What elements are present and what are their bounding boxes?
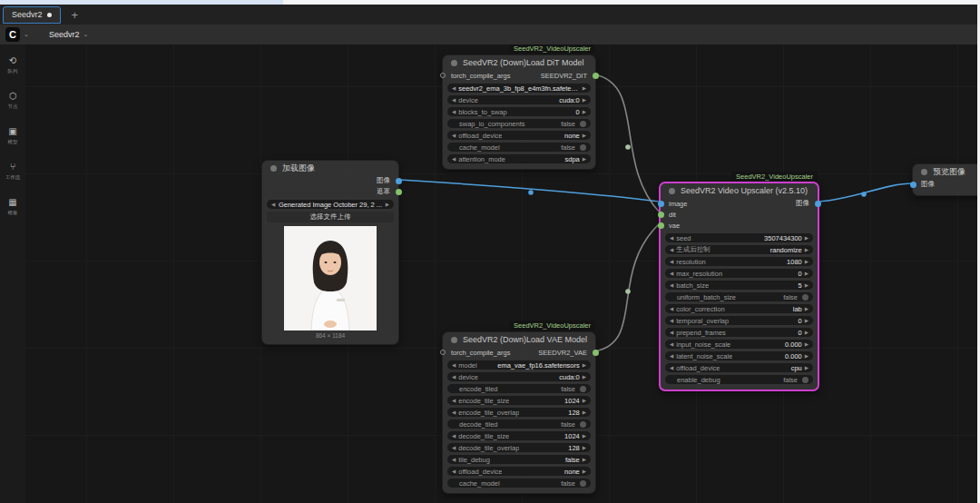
sidebar-item[interactable]: ⑂ 工作流	[0, 162, 25, 182]
new-workflow-tab-button[interactable]: +	[72, 9, 79, 21]
widget-row[interactable]: ◀ blocks_to_swap 0 ▶	[447, 107, 591, 116]
output-slot-dot[interactable]	[593, 350, 599, 356]
toggle-knob-icon[interactable]	[580, 144, 586, 151]
widget-row[interactable]: ◀ enable_debug false ▶	[665, 375, 813, 384]
node-preview-image[interactable]: 预览图像 图像	[912, 163, 980, 196]
toggle-knob-icon[interactable]	[580, 480, 586, 487]
input-slot-dot[interactable]	[658, 201, 664, 207]
widget-row[interactable]: ◀ swap_io_components false ▶	[447, 119, 591, 128]
increment-arrow-icon[interactable]: ▶	[805, 330, 808, 335]
collapse-dot-icon[interactable]	[921, 169, 927, 175]
decrement-arrow-icon[interactable]: ◀	[670, 271, 673, 276]
node-load-vae-model[interactable]: SeedVR2_VideoUpscaler SeedVR2 (Down)Load…	[442, 331, 596, 494]
decrement-arrow-icon[interactable]: ◀	[670, 306, 673, 311]
decrement-arrow-icon[interactable]: ◀	[271, 202, 275, 207]
widget-row[interactable]: ◀ attention_mode sdpa ▶	[447, 154, 591, 163]
increment-arrow-icon[interactable]: ▶	[805, 365, 808, 370]
decrement-arrow-icon[interactable]: ◀	[452, 97, 456, 103]
sidebar-item[interactable]: ▦ 模板	[0, 197, 25, 217]
decrement-arrow-icon[interactable]: ◀	[452, 156, 456, 162]
output-slot-dot[interactable]	[396, 178, 402, 184]
decrement-arrow-icon[interactable]: ◀	[452, 85, 456, 91]
output-slot-dot[interactable]	[593, 73, 599, 79]
output-slot-dot[interactable]	[815, 201, 821, 207]
widget-row[interactable]: ◀ decode_tiled false ▶	[447, 419, 591, 429]
increment-arrow-icon[interactable]: ▶	[805, 318, 808, 323]
input-slot-dot[interactable]	[910, 182, 916, 188]
widget-row[interactable]: ◀ 生成后控制 randomize ▶	[665, 245, 813, 254]
decrement-arrow-icon[interactable]: ◀	[452, 362, 456, 368]
widget-row[interactable]: ◀ input_noise_scale 0.000 ▶	[665, 340, 813, 349]
decrement-arrow-icon[interactable]: ◀	[452, 374, 456, 380]
widget-row[interactable]: ◀ tile_debug false ▶	[447, 455, 591, 464]
widget-row[interactable]: ◀ color_correction lab ▶	[665, 304, 813, 313]
decrement-arrow-icon[interactable]: ◀	[452, 468, 456, 474]
toggle-knob-icon[interactable]	[580, 121, 586, 127]
decrement-arrow-icon[interactable]: ◀	[452, 433, 456, 439]
widget-row[interactable]: ◀ prepend_frames 0 ▶	[665, 328, 813, 337]
decrement-arrow-icon[interactable]: ◀	[670, 353, 673, 359]
widget-row[interactable]: ◀ latent_noise_scale 0.000 ▶	[665, 351, 813, 360]
widget-image-file[interactable]: ◀ image Generated Image October 29, 2 ..…	[267, 200, 394, 209]
decrement-arrow-icon[interactable]: ◀	[452, 457, 456, 462]
decrement-arrow-icon[interactable]: ◀	[670, 247, 673, 252]
node-title-bar[interactable]: 预览图像	[913, 164, 980, 179]
widget-row[interactable]: ◀ offload_device none ▶	[447, 467, 591, 476]
increment-arrow-icon[interactable]: ▶	[805, 353, 808, 359]
widget-row[interactable]: ◀ encode_tile_overlap 128 ▶	[447, 408, 591, 417]
decrement-arrow-icon[interactable]: ◀	[452, 409, 456, 415]
decrement-arrow-icon[interactable]: ◀	[452, 445, 456, 450]
widget-row[interactable]: ◀ cache_model false ▶	[447, 143, 591, 152]
widget-row[interactable]: ◀ offload_device none ▶	[447, 131, 591, 140]
increment-arrow-icon[interactable]: ▶	[805, 341, 808, 347]
decrement-arrow-icon[interactable]: ◀	[670, 235, 673, 241]
widget-row[interactable]: ◀ uniform_batch_size false ▶	[665, 292, 813, 301]
workflow-name-menu[interactable]: Seedvr2	[49, 30, 80, 39]
increment-arrow-icon[interactable]: ▶	[583, 156, 586, 162]
widget-row[interactable]: ◀ encode_tiled false ▶	[447, 384, 591, 393]
collapse-dot-icon[interactable]	[451, 337, 457, 343]
comfyui-logo-icon[interactable]: C	[5, 27, 20, 42]
sidebar-item[interactable]: ▣ 模型	[0, 126, 25, 146]
input-slot-dot[interactable]	[658, 212, 664, 218]
node-title-bar[interactable]: SeedVR2 Video Upscaler (v2.5.10)	[661, 183, 818, 198]
collapse-dot-icon[interactable]	[270, 165, 277, 172]
widget-row[interactable]: ◀ model ema_vae_fp16.safetensors ▶	[447, 360, 591, 370]
widget-row[interactable]: ◀ offload_device cpu ▶	[665, 363, 813, 372]
widget-row[interactable]: ◀ temporal_overlap 0 ▶	[665, 316, 813, 325]
widget-row[interactable]: ◀ decode_tile_size 1024 ▶	[447, 431, 591, 440]
widget-row[interactable]: ◀ decode_tile_overlap 128 ▶	[447, 443, 591, 452]
widget-row[interactable]: ◀ seed 3507434300 ▶	[665, 233, 813, 242]
node-load-image[interactable]: 加载图像 图像 遮罩 ◀ image Generated Image Octob…	[261, 160, 399, 345]
widget-row[interactable]: ◀ max_resolution 0 ▶	[665, 269, 813, 278]
increment-arrow-icon[interactable]: ▶	[583, 468, 586, 474]
input-slot-dot[interactable]	[440, 350, 446, 355]
increment-arrow-icon[interactable]: ▶	[583, 374, 586, 380]
increment-arrow-icon[interactable]: ▶	[583, 398, 586, 403]
increment-arrow-icon[interactable]: ▶	[386, 202, 389, 207]
increment-arrow-icon[interactable]: ▶	[583, 97, 586, 103]
increment-arrow-icon[interactable]: ▶	[805, 247, 808, 252]
decrement-arrow-icon[interactable]: ◀	[670, 318, 673, 323]
increment-arrow-icon[interactable]: ▶	[583, 457, 586, 462]
increment-arrow-icon[interactable]: ▶	[583, 433, 586, 439]
increment-arrow-icon[interactable]: ▶	[583, 445, 586, 450]
workflow-tab[interactable]: Seedvr2	[3, 6, 61, 24]
decrement-arrow-icon[interactable]: ◀	[670, 341, 673, 347]
increment-arrow-icon[interactable]: ▶	[583, 109, 586, 114]
loaded-image-preview[interactable]	[284, 226, 377, 330]
increment-arrow-icon[interactable]: ▶	[583, 133, 586, 138]
chevron-down-icon[interactable]: ⌄	[24, 31, 29, 38]
output-slot-dot[interactable]	[396, 189, 402, 195]
widget-row[interactable]: ◀ batch_size 5 ▶	[665, 281, 813, 290]
node-title-bar[interactable]: SeedVR2 (Down)Load VAE Model	[443, 332, 595, 347]
widget-row[interactable]: ◀ resolution 1080 ▶	[665, 257, 813, 266]
increment-arrow-icon[interactable]: ▶	[583, 362, 586, 368]
input-slot-dot[interactable]	[440, 73, 446, 78]
toggle-knob-icon[interactable]	[802, 377, 808, 383]
decrement-arrow-icon[interactable]: ◀	[452, 133, 456, 138]
choose-file-upload-button[interactable]: 选择文件上传	[267, 212, 394, 222]
increment-arrow-icon[interactable]: ▶	[805, 235, 808, 241]
increment-arrow-icon[interactable]: ▶	[805, 271, 808, 276]
chevron-down-icon[interactable]: ⌄	[83, 31, 88, 38]
